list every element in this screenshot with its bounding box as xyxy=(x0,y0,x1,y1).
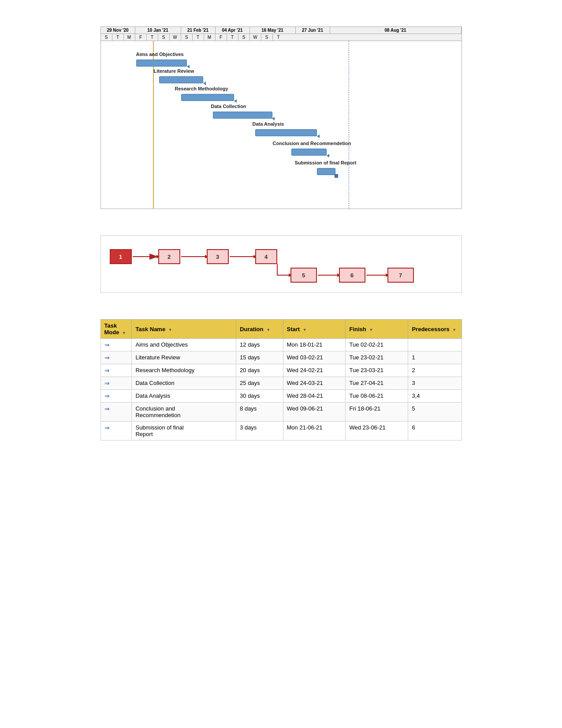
sort-icon-predecessors: ▼ xyxy=(452,328,456,332)
table-row: ⇒Data Analysis30 daysWed 28-04-21Tue 08-… xyxy=(100,390,462,403)
network-node-1: 1 xyxy=(110,249,132,264)
task-mode-icon: ⇒ xyxy=(104,424,110,431)
day-s2: S xyxy=(158,34,170,41)
sort-icon-name: ▼ xyxy=(168,328,172,332)
cell-predecessors: 2 xyxy=(408,364,462,377)
cell-finish: Tue 27-04-21 xyxy=(346,377,408,390)
cell-finish: Fri 18-06-21 xyxy=(346,403,408,422)
cell-start: Wed 03-02-21 xyxy=(283,351,346,364)
cell-finish: Tue 02-02-21 xyxy=(346,339,408,351)
cell-start: Mon 21-06-21 xyxy=(283,422,346,441)
sort-icon-finish: ▼ xyxy=(369,328,373,332)
task-mode-icon: ⇒ xyxy=(104,367,110,374)
cell-predecessors: 3 xyxy=(408,377,462,390)
cell-task-name: Literature Review xyxy=(132,351,236,364)
svg-marker-0 xyxy=(187,65,190,68)
col-header-predecessors[interactable]: Predecessors ▼ xyxy=(408,320,462,339)
task-label-aims: Aims and Objectives xyxy=(136,52,184,57)
month-jan21: 10 Jan '21 xyxy=(135,27,181,34)
table-header-row: TaskMode ▼ Task Name ▼ Duration ▼ Start … xyxy=(100,320,462,339)
task-bar-dataanalysis xyxy=(255,129,317,136)
cell-duration: 12 days xyxy=(236,339,283,351)
svg-marker-1 xyxy=(203,82,206,85)
col-header-mode[interactable]: TaskMode ▼ xyxy=(100,320,132,339)
arrow-dataanalysis xyxy=(313,133,321,142)
cell-start: Wed 09-06-21 xyxy=(283,403,346,422)
cell-duration: 8 days xyxy=(236,403,283,422)
col-header-name[interactable]: Task Name ▼ xyxy=(132,320,236,339)
cell-start: Wed 28-04-21 xyxy=(283,390,346,403)
day-t2: T xyxy=(147,34,158,41)
milestone-submission xyxy=(335,174,338,178)
day-t1: T xyxy=(112,34,124,41)
gantt-day-header: S T M F T S W S T M F T S W S T xyxy=(101,34,462,41)
day-w2: W xyxy=(250,34,261,41)
cell-duration: 25 days xyxy=(236,377,283,390)
sort-icon-mode: ▼ xyxy=(122,331,126,335)
table-row: ⇒Aims and Objectives12 daysMon 18-01-21T… xyxy=(100,339,462,351)
cell-predecessors: 6 xyxy=(408,422,462,441)
col-header-duration[interactable]: Duration ▼ xyxy=(236,320,283,339)
cell-mode: ⇒ xyxy=(100,339,132,351)
sort-icon-start: ▼ xyxy=(303,328,307,332)
task-label-conclusion: Conclusion and Recommendetion xyxy=(273,141,351,146)
network-node-2: 2 xyxy=(158,249,180,264)
cell-task-name: Data Analysis xyxy=(132,390,236,403)
svg-marker-4 xyxy=(317,134,320,138)
col-header-finish[interactable]: Finish ▼ xyxy=(346,320,408,339)
day-t5: T xyxy=(273,34,284,41)
month-feb21: 21 Feb '21 xyxy=(181,27,216,34)
network-node-7: 7 xyxy=(387,268,414,283)
svg-marker-2 xyxy=(234,99,237,103)
table-row: ⇒Conclusion and Recommendetion8 daysWed … xyxy=(100,403,462,422)
day-s3: S xyxy=(181,34,193,41)
task-mode-icon: ⇒ xyxy=(104,405,110,412)
network-node-4: 4 xyxy=(255,249,277,264)
task-mode-icon: ⇒ xyxy=(104,354,110,361)
gantt-month-header: 29 Nov '20 10 Jan '21 21 Feb '21 04 Apr … xyxy=(101,27,462,34)
task-table-section: TaskMode ▼ Task Name ▼ Duration ▼ Start … xyxy=(100,319,462,441)
gantt-chart: 29 Nov '20 10 Jan '21 21 Feb '21 04 Apr … xyxy=(100,26,462,209)
svg-marker-3 xyxy=(272,117,275,120)
day-s4: S xyxy=(238,34,250,41)
cell-task-name: Aims and Objectives xyxy=(132,339,236,351)
task-bar-submission xyxy=(317,168,335,175)
cell-finish: Tue 08-06-21 xyxy=(346,390,408,403)
network-node-6: 6 xyxy=(339,268,365,283)
day-s1: S xyxy=(101,34,112,41)
cell-mode: ⇒ xyxy=(100,377,132,390)
day-t4: T xyxy=(227,34,238,41)
day-s5: S xyxy=(261,34,273,41)
cell-predecessors: 5 xyxy=(408,403,462,422)
network-arrows-svg xyxy=(101,236,462,292)
cell-mode: ⇒ xyxy=(100,422,132,441)
cell-start: Mon 18-01-21 xyxy=(283,339,346,351)
table-row: ⇒Data Collection25 daysWed 24-03-21Tue 2… xyxy=(100,377,462,390)
table-row: ⇒Submission of final Report3 daysMon 21-… xyxy=(100,422,462,441)
cell-duration: 15 days xyxy=(236,351,283,364)
task-bar-litreview xyxy=(159,76,203,83)
month-aug21: 08 Aug '21 xyxy=(330,27,462,34)
task-label-litreview: Literature Review xyxy=(154,68,194,74)
day-m2: M xyxy=(204,34,216,41)
cell-task-name: Conclusion and Recommendetion xyxy=(132,403,236,422)
col-header-start[interactable]: Start ▼ xyxy=(283,320,346,339)
cell-predecessors xyxy=(408,339,462,351)
cell-task-name: Research Methodology xyxy=(132,364,236,377)
day-f2: F xyxy=(216,34,227,41)
deadline-line-dashed xyxy=(349,41,349,209)
gantt-body: Aims and Objectives Literature Review Re… xyxy=(101,41,462,209)
task-label-submission: Submission of final Report xyxy=(295,160,357,165)
cell-finish: Tue 23-02-21 xyxy=(346,351,408,364)
table-row: ⇒Literature Review15 daysWed 03-02-21Tue… xyxy=(100,351,462,364)
cell-mode: ⇒ xyxy=(100,351,132,364)
month-may21: 16 May '21 xyxy=(250,27,296,34)
task-mode-icon: ⇒ xyxy=(104,380,110,387)
network-node-3: 3 xyxy=(207,249,229,264)
task-table: TaskMode ▼ Task Name ▼ Duration ▼ Start … xyxy=(100,319,462,441)
cell-mode: ⇒ xyxy=(100,403,132,422)
month-jun21: 27 Jun '21 xyxy=(296,27,330,34)
cell-mode: ⇒ xyxy=(100,364,132,377)
sort-icon-duration: ▼ xyxy=(266,328,270,332)
network-diagram: 1 2 3 4 5 6 7 xyxy=(100,235,462,293)
